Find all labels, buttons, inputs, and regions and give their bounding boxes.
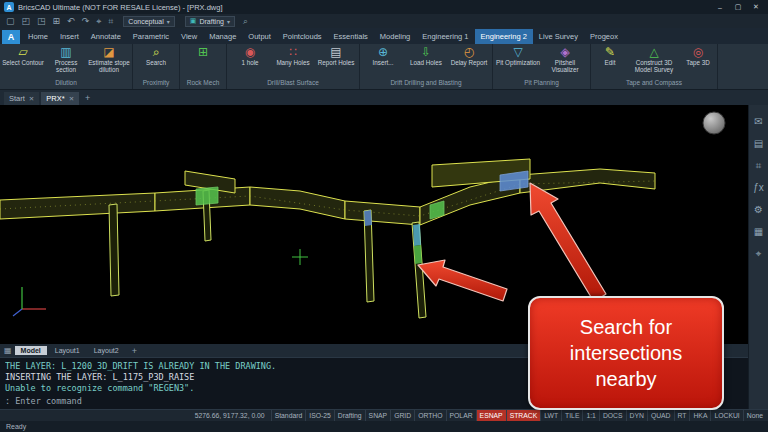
rock-mech-icon: ⊞ xyxy=(198,46,208,59)
layout-tab[interactable]: Layout2 xyxy=(88,346,125,355)
edit-button[interactable]: ✎ Edit xyxy=(593,46,627,67)
estimate-stope-dilution-icon: ◪ xyxy=(103,46,114,59)
minimize-button[interactable]: – xyxy=(712,2,728,13)
status-toggle[interactable]: RT xyxy=(674,410,690,421)
toolbar-icon[interactable]: ▢ xyxy=(6,17,15,26)
panel-icon[interactable]: ✉ xyxy=(754,117,762,127)
status-toggle[interactable]: LOCKUI xyxy=(710,410,742,421)
ribbon-tab[interactable]: Parametric xyxy=(127,29,175,44)
close-tab-icon[interactable]: ✕ xyxy=(29,95,34,103)
button-label: Insert... xyxy=(373,60,394,67)
status-toggle[interactable]: None xyxy=(743,410,766,421)
status-toggle[interactable]: DOCS xyxy=(599,410,626,421)
ribbon-tab[interactable]: Modeling xyxy=(374,29,416,44)
search-icon: ⌕ xyxy=(153,46,160,59)
panel-icon[interactable]: ⌗ xyxy=(756,161,762,171)
status-toggle[interactable]: QUAD xyxy=(647,410,674,421)
chevron-down-icon: ▾ xyxy=(167,18,170,25)
tape-3d-button[interactable]: ◎ Tape 3D xyxy=(681,46,715,67)
ribbon-tab[interactable]: Insert xyxy=(54,29,85,44)
status-toggle[interactable]: ORTHO xyxy=(414,410,445,421)
toolbar-icon[interactable]: ⌖ xyxy=(96,17,101,26)
ribbon-group-pit-planning: ▽ Pit Optimization ◈ Pitshell Visualizer… xyxy=(493,44,591,89)
ribbon-panel-area: ▱ Select Contour ▥ Process section ◪ Est… xyxy=(0,44,768,90)
button-label: Search xyxy=(146,60,166,67)
cursor-coordinates[interactable]: 5276.66, 9177.32, 0.00 xyxy=(195,412,265,419)
ribbon-tab[interactable]: Home xyxy=(22,29,54,44)
panel-icon[interactable]: ⌖ xyxy=(756,249,762,259)
ribbon-tab[interactable]: Progeox xyxy=(584,29,624,44)
status-toggle[interactable]: HKA xyxy=(689,410,710,421)
load-holes-button[interactable]: ⇩ Load Holes xyxy=(405,46,447,67)
title-bar: A BricsCAD Ultimate (NOT FOR RESALE Lice… xyxy=(0,0,768,14)
panel-icon[interactable]: ▦ xyxy=(754,227,763,237)
layout-tab[interactable]: Model xyxy=(15,346,47,355)
status-toggle[interactable]: SNAP xyxy=(365,410,391,421)
select-contour-button[interactable]: ▱ Select Contour xyxy=(2,46,44,67)
toolbar-icon[interactable]: ◳ xyxy=(37,17,46,26)
document-tab[interactable]: PRX* ✕ xyxy=(41,92,79,105)
status-toggle[interactable]: GRID xyxy=(390,410,414,421)
process-section-button[interactable]: ▥ Process section xyxy=(45,46,87,74)
add-layout-button[interactable]: + xyxy=(128,346,141,356)
workspace-dropdown[interactable]: ▣ Drafting ▾ xyxy=(185,16,235,27)
annotation-arrow xyxy=(418,260,507,301)
status-toggle[interactable]: Drafting xyxy=(334,410,365,421)
toolbar-icon[interactable]: ↶ xyxy=(67,17,75,26)
pit-optimization-button[interactable]: ▽ Pit Optimization xyxy=(495,46,541,67)
ribbon-tab[interactable]: Live Survey xyxy=(533,29,584,44)
status-toggle[interactable]: STRACK xyxy=(506,410,541,421)
report-holes-icon: ▤ xyxy=(330,46,341,59)
ribbon-tab[interactable]: Essentials xyxy=(328,29,374,44)
ribbon-tab[interactable]: View xyxy=(175,29,203,44)
application-menu-button[interactable]: A xyxy=(2,30,20,44)
status-toggle[interactable]: ISO-25 xyxy=(305,410,334,421)
document-tab[interactable]: Start ✕ xyxy=(4,92,39,105)
panel-icon[interactable]: ⚙ xyxy=(754,205,763,215)
visual-style-dropdown[interactable]: Conceptual ▾ xyxy=(123,16,174,27)
construct-3d-model-survey-button[interactable]: △ Construct 3D Model Survey xyxy=(628,46,680,74)
search-icon[interactable]: ⌕ xyxy=(243,16,248,27)
panel-icon[interactable]: ▤ xyxy=(754,139,763,149)
button-label: Select Contour xyxy=(2,60,44,67)
close-button[interactable]: ✕ xyxy=(748,2,764,13)
status-toggle[interactable]: DYN xyxy=(626,410,647,421)
report-holes-button[interactable]: ▤ Report Holes xyxy=(315,46,357,67)
maximize-button[interactable]: ▢ xyxy=(730,2,746,13)
ribbon-tab[interactable]: Output xyxy=(242,29,277,44)
one-hole-button[interactable]: ◉ 1 hole xyxy=(229,46,271,67)
status-toggle[interactable]: LWT xyxy=(540,410,561,421)
status-toggle[interactable]: 1:1 xyxy=(582,410,598,421)
status-bar: 5276.66, 9177.32, 0.00 StandardISO-25Dra… xyxy=(0,409,768,421)
ribbon-tab[interactable]: Annotate xyxy=(85,29,127,44)
close-tab-icon[interactable]: ✕ xyxy=(69,95,74,103)
panel-icon[interactable]: ƒx xyxy=(753,183,764,193)
ribbon-tab[interactable]: Pointclouds xyxy=(277,29,328,44)
toolbar-icon[interactable]: ⌗ xyxy=(108,17,113,26)
proximity-search-button[interactable]: ⌕ Search xyxy=(135,46,177,67)
ribbon-tab[interactable]: Manage xyxy=(203,29,242,44)
toolbar-icon[interactable]: ↷ xyxy=(82,17,90,26)
tape-3d-icon: ◎ xyxy=(693,46,703,59)
layout-tab[interactable]: Layout1 xyxy=(49,346,86,355)
ribbon-group-dilution: ▱ Select Contour ▥ Process section ◪ Est… xyxy=(0,44,133,89)
status-toggle[interactable]: Standard xyxy=(271,410,306,421)
toolbar-icon[interactable]: ⊞ xyxy=(53,17,61,26)
layout-grid-icon[interactable]: ▦ xyxy=(4,346,12,355)
insert-button[interactable]: ⊕ Insert... xyxy=(362,46,404,67)
delay-report-button[interactable]: ◴ Delay Report xyxy=(448,46,490,67)
navigation-sphere[interactable] xyxy=(703,112,725,134)
status-toggle[interactable]: POLAR xyxy=(446,410,476,421)
ribbon-group-drift-drilling: ⊕ Insert... ⇩ Load Holes ◴ Delay Report … xyxy=(360,44,493,89)
ribbon-group-label: Rock Mech xyxy=(180,79,226,89)
status-toggle[interactable]: TILE xyxy=(561,410,582,421)
ribbon-tab[interactable]: Engineering 1 xyxy=(416,29,474,44)
rock-mech-button[interactable]: ⊞ xyxy=(182,46,224,60)
many-holes-button[interactable]: ∷ Many Holes xyxy=(272,46,314,67)
estimate-stope-dilution-button[interactable]: ◪ Estimate stope dilution xyxy=(88,46,130,74)
toolbar-icon[interactable]: ◰ xyxy=(22,17,31,26)
status-toggle[interactable]: ESNAP xyxy=(476,410,506,421)
pitshell-visualizer-button[interactable]: ◈ Pitshell Visualizer xyxy=(542,46,588,74)
ribbon-tab[interactable]: Engineering 2 xyxy=(475,29,533,44)
new-tab-button[interactable]: + xyxy=(81,93,94,103)
